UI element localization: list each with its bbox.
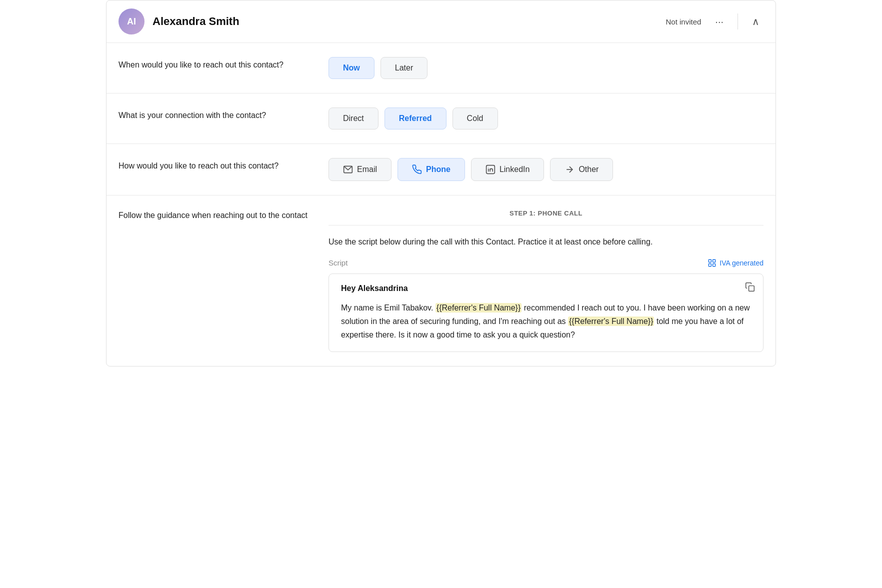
step-header: STEP 1: PHONE CALL: [328, 210, 764, 226]
iva-generated-badge: IVA generated: [708, 258, 764, 268]
svg-rect-8: [709, 264, 712, 266]
email-button[interactable]: Email: [328, 158, 392, 181]
svg-rect-9: [713, 264, 716, 266]
script-body: My name is Emil Tabakov. {{Referrer's Fu…: [341, 301, 751, 342]
svg-rect-6: [709, 260, 712, 262]
copy-button[interactable]: [745, 282, 755, 294]
other-button[interactable]: Other: [550, 158, 613, 181]
referred-button[interactable]: Referred: [384, 108, 446, 130]
collapse-button[interactable]: ∧: [748, 14, 764, 30]
copy-icon: [745, 282, 755, 292]
iva-icon: [708, 258, 716, 268]
contact-method-row: How would you like to reach out this con…: [106, 144, 776, 196]
svg-rect-10: [749, 286, 754, 291]
contact-method-options: Email Phone LinkedIn: [328, 158, 764, 181]
script-box: Hey Aleksandrina My name is Emil Tabakov…: [328, 274, 764, 352]
reach-out-timing-row: When would you like to reach out this co…: [106, 43, 776, 94]
script-greeting: Hey Aleksandrina: [341, 284, 751, 293]
reach-out-timing-label: When would you like to reach out this co…: [118, 57, 308, 71]
script-label: Script: [328, 258, 348, 267]
guidance-row: Follow the guidance when reaching out to…: [106, 196, 776, 366]
contact-card: AI Alexandra Smith Not invited ··· ∧ Whe…: [106, 0, 776, 366]
direct-button[interactable]: Direct: [328, 108, 378, 130]
invitation-status: Not invited: [666, 18, 701, 26]
other-icon: [564, 164, 574, 174]
connection-type-label: What is your connection with the contact…: [118, 108, 308, 122]
guidance-content: STEP 1: PHONE CALL Use the script below …: [328, 210, 764, 352]
email-icon: [343, 164, 353, 174]
more-options-button[interactable]: ···: [711, 14, 728, 30]
guidance-intro: Use the script below during the call wit…: [328, 236, 764, 248]
header: AI Alexandra Smith Not invited ··· ∧: [106, 0, 776, 43]
referrer-highlight-1: {{Referrer's Full Name}}: [436, 303, 522, 312]
header-actions: Not invited ··· ∧: [666, 14, 764, 30]
contact-method-label: How would you like to reach out this con…: [118, 158, 308, 172]
connection-type-row: What is your connection with the contact…: [106, 94, 776, 144]
later-button[interactable]: Later: [380, 57, 428, 79]
cold-button[interactable]: Cold: [452, 108, 498, 130]
avatar: AI: [118, 8, 144, 34]
phone-icon: [412, 164, 422, 174]
connection-type-options: Direct Referred Cold: [328, 108, 764, 130]
referrer-highlight-2: {{Referrer's Full Name}}: [568, 316, 654, 326]
now-button[interactable]: Now: [328, 57, 374, 79]
script-header: Script IVA generated: [328, 258, 764, 268]
phone-button[interactable]: Phone: [398, 158, 465, 181]
svg-rect-7: [713, 260, 716, 262]
linkedin-button[interactable]: LinkedIn: [471, 158, 544, 181]
linkedin-icon: [486, 164, 496, 174]
header-divider: [738, 14, 738, 30]
reach-out-timing-options: Now Later: [328, 57, 764, 79]
contact-name: Alexandra Smith: [152, 15, 240, 28]
guidance-label: Follow the guidance when reaching out to…: [118, 210, 308, 222]
